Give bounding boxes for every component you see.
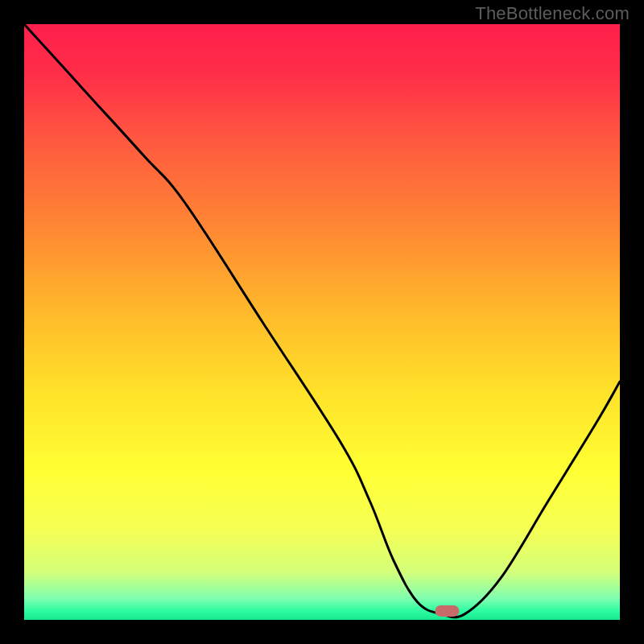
watermark-text: TheBottleneck.com bbox=[475, 3, 630, 24]
chart-frame: TheBottleneck.com bbox=[0, 0, 644, 644]
bottleneck-chart bbox=[24, 24, 620, 620]
optimal-marker bbox=[435, 605, 459, 617]
plot-area bbox=[24, 24, 620, 620]
